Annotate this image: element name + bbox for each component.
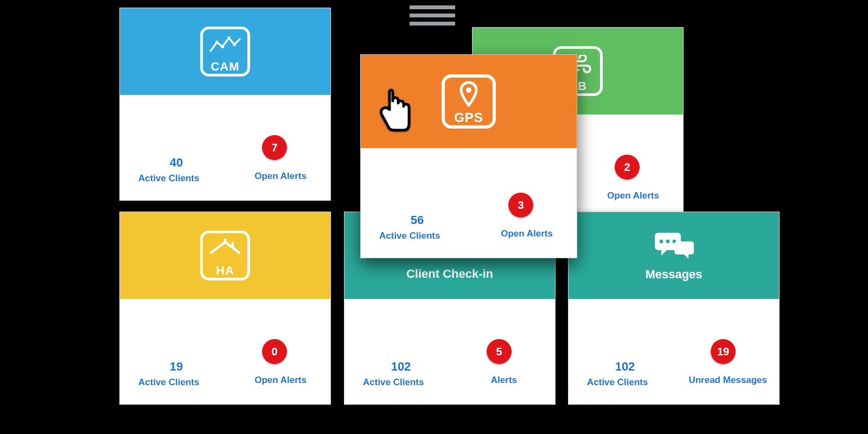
card-cam-badge-label: Open Alerts — [254, 171, 307, 182]
card-messages-active-count: 102 — [587, 360, 663, 374]
card-cam-header: CAM — [120, 8, 330, 95]
card-ha-header: HA — [120, 212, 330, 299]
card-cam-body: 40 Active Clients 7 Open Alerts — [120, 95, 330, 201]
svg-point-5 — [224, 239, 226, 241]
card-checkin-active-count: 102 — [363, 360, 439, 374]
card-ha-active-count: 19 — [138, 360, 214, 374]
card-cam-active-count: 40 — [138, 156, 214, 170]
svg-point-3 — [233, 43, 236, 46]
card-ha-active-label: Active Clients — [138, 377, 199, 388]
card-gps[interactable]: GPS 56 Active Clients 3 Open Alerts — [360, 54, 577, 258]
ha-iconbox: HA — [200, 231, 250, 280]
card-checkin-badge-label: Alerts — [491, 375, 517, 386]
card-messages-badge[interactable]: 19 — [711, 339, 736, 364]
card-gps-badge-label: Open Alerts — [501, 228, 553, 239]
menu-icon[interactable] — [410, 5, 455, 25]
card-gps-active-label: Active Clients — [379, 231, 440, 241]
card-messages-header: Messages — [569, 212, 779, 299]
chat-icon — [650, 229, 697, 263]
pin-icon — [445, 78, 493, 111]
chart-icon — [203, 29, 247, 61]
card-gps-badge[interactable]: 3 — [508, 193, 533, 218]
card-ha[interactable]: HA 19 Active Clients 0 Open Alerts — [119, 212, 331, 405]
card-checkin-body: 102 Active Clients 5 Alerts — [344, 299, 555, 405]
card-checkin-active-label: Active Clients — [363, 377, 424, 388]
svg-rect-13 — [674, 241, 694, 254]
card-cam[interactable]: CAM 40 Active Clients 7 Open Alerts — [119, 8, 331, 201]
cam-iconbox: CAM — [200, 27, 250, 76]
svg-point-0 — [215, 41, 219, 44]
card-checkin-title: Client Check-in — [406, 267, 493, 281]
card-messages-badge-label: Unread Messages — [688, 375, 767, 386]
card-ha-badge[interactable]: 0 — [262, 339, 287, 364]
dashboard-stage: CAM 40 Active Clients 7 Open Alerts BB — [0, 0, 868, 434]
card-cam-badge[interactable]: 7 — [262, 135, 287, 160]
house-icon — [203, 233, 247, 265]
card-messages-active-label: Active Clients — [587, 377, 648, 388]
card-cam-active-label: Active Clients — [138, 173, 199, 184]
gps-iconbox: GPS — [442, 74, 496, 129]
card-bb-badge-label: Open Alerts — [607, 190, 659, 201]
svg-point-1 — [221, 45, 224, 48]
card-messages-title: Messages — [645, 267, 702, 282]
svg-point-2 — [227, 36, 231, 40]
svg-point-10 — [660, 240, 663, 244]
card-gps-body: 56 Active Clients 3 Open Alerts — [361, 148, 577, 258]
card-messages-body: 102 Active Clients 19 Unread Messages — [569, 299, 779, 405]
card-ha-badge-label: Open Alerts — [254, 375, 307, 386]
card-checkin-badge[interactable]: 5 — [487, 339, 512, 364]
card-cam-code: CAM — [210, 61, 239, 73]
svg-point-11 — [666, 240, 670, 244]
svg-marker-9 — [661, 249, 668, 256]
card-ha-body: 19 Active Clients 0 Open Alerts — [120, 299, 330, 405]
card-bb-badge[interactable]: 2 — [615, 155, 640, 180]
card-ha-code: HA — [216, 265, 234, 277]
card-gps-code: GPS — [454, 111, 483, 124]
card-gps-active-count: 56 — [379, 213, 455, 227]
pointer-cursor-icon — [373, 88, 416, 136]
card-messages[interactable]: Messages 102 Active Clients 19 Unread Me… — [568, 212, 780, 405]
svg-marker-14 — [683, 253, 688, 259]
svg-point-15 — [466, 87, 471, 93]
